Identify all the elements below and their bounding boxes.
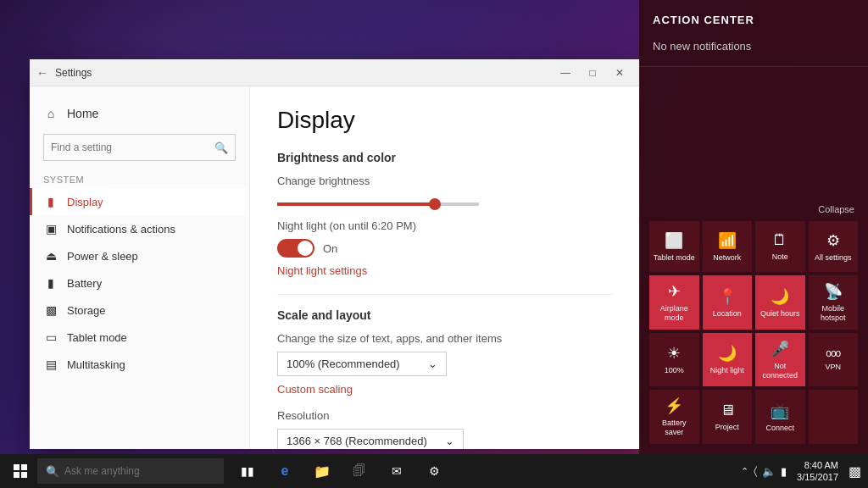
tile-battery-saver[interactable]: ⚡ Battery saver <box>649 390 699 444</box>
night-light-settings-link[interactable]: Night light settings <box>277 264 613 277</box>
settings-window: ← Settings ― □ ✕ ⌂ Home 🔍 System <box>30 59 640 449</box>
tile-brightness-label: 100% <box>665 366 684 375</box>
action-center-tiles-area: Collapse ⬜ Tablet mode 📶 Network 🗒 Note … <box>639 67 868 454</box>
tile-vpn[interactable]: ooo VPN <box>809 333 859 387</box>
tile-all-settings-label: All settings <box>815 253 852 263</box>
scale-layout-section-title: Scale and layout <box>277 308 613 322</box>
tile-tablet-mode[interactable]: ⬜ Tablet mode <box>649 221 699 272</box>
all-settings-icon: ⚙ <box>826 231 840 250</box>
tile-quiet-hours[interactable]: 🌙 Quiet hours <box>755 275 805 330</box>
sidebar-item-multitasking[interactable]: ▤ Multitasking <box>30 351 249 378</box>
mail-icon[interactable]: ✉ <box>380 454 414 488</box>
main-content: Display Brightness and color Change brig… <box>250 86 640 449</box>
minimize-button[interactable]: ― <box>552 59 579 86</box>
task-view-button[interactable]: ▮▮ <box>231 454 264 488</box>
resolution-dropdown[interactable]: 1366 × 768 (Recommended) ⌄ <box>277 429 464 449</box>
tile-empty <box>809 390 859 444</box>
sidebar-search-input[interactable] <box>51 141 214 153</box>
tile-brightness[interactable]: ☀ 100% <box>649 333 699 387</box>
custom-scaling-link[interactable]: Custom scaling <box>277 383 613 396</box>
settings-taskbar-icon[interactable]: ⚙ <box>417 454 451 488</box>
start-button[interactable] <box>3 454 37 488</box>
taskbar-pinned-icons: ▮▮ e 📁 🗐 ✉ ⚙ <box>231 454 451 488</box>
svg-rect-1 <box>21 464 27 470</box>
taskbar-search-input[interactable] <box>64 465 209 477</box>
change-brightness-label: Change brightness <box>277 175 613 187</box>
tile-connect[interactable]: 📺 Connect <box>755 390 805 444</box>
home-icon: ⌂ <box>43 107 58 120</box>
edge-icon[interactable]: e <box>268 454 302 488</box>
close-button[interactable]: ✕ <box>606 59 633 86</box>
collapse-button[interactable]: Collapse <box>818 204 854 214</box>
no-notifications-label: No new notifications <box>639 33 868 67</box>
tray-date-value: 3/15/2017 <box>797 471 838 483</box>
sidebar-item-notifications[interactable]: ▣ Notifications & actions <box>30 215 249 242</box>
tile-night-light[interactable]: 🌙 Night light <box>703 333 753 387</box>
tile-tablet-label: Tablet mode <box>654 253 695 263</box>
sidebar-item-home[interactable]: ⌂ Home <box>30 100 249 127</box>
taskbar-search[interactable]: 🔍 <box>37 458 224 484</box>
resolution-label: Resolution <box>277 409 613 422</box>
store-icon[interactable]: 🗐 <box>342 454 376 488</box>
tile-quiet-hours-label: Quiet hours <box>760 309 800 319</box>
tray-network-icon: 〈 <box>754 464 757 478</box>
sidebar-item-power[interactable]: ⏏ Power & sleep <box>30 242 249 269</box>
resolution-value: 1366 × 768 (Recommended) <box>287 435 427 447</box>
page-title: Display <box>277 107 613 134</box>
sidebar-search-box[interactable]: 🔍 <box>43 134 236 161</box>
multitasking-icon: ▤ <box>43 358 58 371</box>
tile-network-label: Network <box>713 253 741 263</box>
window-controls: ― □ ✕ <box>552 59 633 86</box>
sidebar-item-battery[interactable]: ▮ Battery <box>30 269 249 297</box>
vpn-icon: ooo <box>826 347 840 359</box>
tray-chevron[interactable]: ⌃ <box>741 466 748 477</box>
sidebar-item-tablet[interactable]: ▭ Tablet mode <box>30 324 249 351</box>
sidebar-storage-label: Storage <box>67 304 106 317</box>
notifications-icon: ▣ <box>43 222 58 236</box>
power-icon: ⏏ <box>43 249 58 263</box>
search-icon: 🔍 <box>214 141 228 154</box>
tray-volume-icon: 🔈 <box>762 465 776 478</box>
tile-note[interactable]: 🗒 Note <box>755 221 805 272</box>
night-light-toggle-row: On <box>277 239 613 258</box>
sidebar-item-display[interactable]: ▮ Display <box>30 188 249 215</box>
tile-not-connected[interactable]: 🎤 Not connected <box>755 333 805 387</box>
file-explorer-icon[interactable]: 📁 <box>305 454 339 488</box>
tile-location-label: Location <box>713 309 742 319</box>
tile-airplane-label: Airplane mode <box>653 304 696 323</box>
svg-rect-2 <box>14 472 19 478</box>
desktop: ← Settings ― □ ✕ ⌂ Home 🔍 System <box>0 0 868 488</box>
tile-airplane[interactable]: ✈ Airplane mode <box>649 275 699 330</box>
action-center-tray-icon[interactable]: ▩ <box>849 463 861 480</box>
tray-clock[interactable]: 8:40 AM 3/15/2017 <box>790 459 845 484</box>
project-icon: 🖥 <box>720 402 735 419</box>
section-divider <box>277 294 613 295</box>
sidebar-multitasking-label: Multitasking <box>67 358 125 371</box>
back-button[interactable]: ← <box>36 66 48 80</box>
storage-icon: ▩ <box>43 303 58 317</box>
tile-network[interactable]: 📶 Network <box>703 221 753 272</box>
tile-location[interactable]: 📍 Location <box>703 275 753 330</box>
night-light-toggle[interactable] <box>277 239 314 258</box>
action-center-tiles-grid: ⬜ Tablet mode 📶 Network 🗒 Note ⚙ All set… <box>646 218 861 447</box>
taskbar-tray: ⌃ 〈 🔈 ▮ 8:40 AM 3/15/2017 ▩ <box>741 459 865 484</box>
scale-dropdown[interactable]: 100% (Recommended) ⌄ <box>277 352 447 376</box>
windows-icon <box>14 464 27 478</box>
tile-project[interactable]: 🖥 Project <box>703 390 753 444</box>
brightness-color-section-title: Brightness and color <box>277 151 613 164</box>
brightness-slider[interactable] <box>277 202 479 206</box>
maximize-button[interactable]: □ <box>579 59 606 86</box>
taskbar: 🔍 ▮▮ e 📁 🗐 ✉ ⚙ ⌃ 〈 🔈 ▮ 8:40 AM 3/15/2017… <box>0 454 868 488</box>
sidebar-item-storage[interactable]: ▩ Storage <box>30 297 249 324</box>
sidebar-home-label: Home <box>67 107 98 120</box>
note-icon: 🗒 <box>772 231 787 249</box>
tile-all-settings[interactable]: ⚙ All settings <box>809 221 859 272</box>
tile-project-label: Project <box>715 423 739 432</box>
display-icon: ▮ <box>43 195 58 208</box>
tile-not-connected-label: Not connected <box>759 362 802 380</box>
tile-mobile-hotspot[interactable]: 📡 Mobile hotspot <box>809 275 859 330</box>
sidebar-notifications-label: Notifications & actions <box>67 223 175 236</box>
svg-rect-3 <box>21 472 27 478</box>
tile-night-light-label: Night light <box>710 366 744 375</box>
scale-value: 100% (Recommended) <box>287 358 400 370</box>
